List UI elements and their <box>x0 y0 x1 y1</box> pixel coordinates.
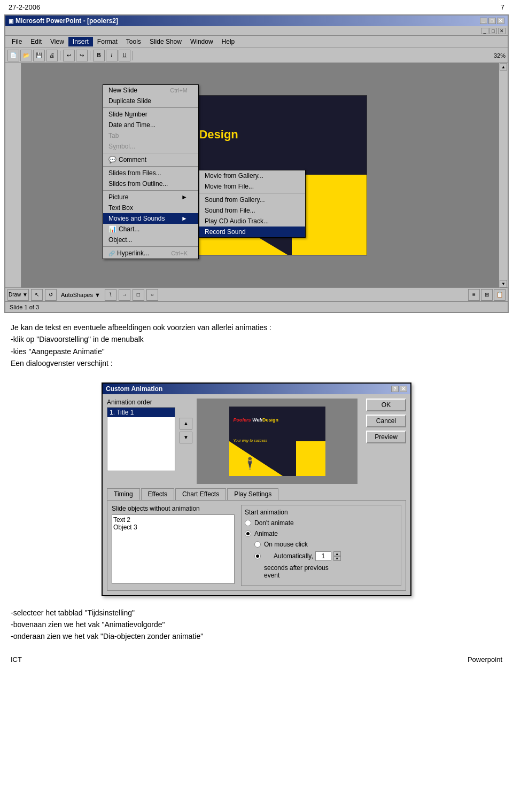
radio-mouse-label: On mouse click <box>264 541 308 548</box>
footer-left: ICT <box>11 655 22 663</box>
tab-timing[interactable]: Timing <box>107 488 140 500</box>
slide-title-design: Design <box>199 128 238 141</box>
tab-chart-effects[interactable]: Chart Effects <box>175 488 226 500</box>
body-para-3: -kies "Aangepaste Animatie" <box>11 346 502 357</box>
move-up-btn[interactable]: ▲ <box>180 418 192 430</box>
menu-format[interactable]: Format <box>93 37 122 46</box>
autoshapes-btn[interactable]: AutoShapes ▼ <box>59 291 103 299</box>
radio-auto-circle[interactable] <box>254 553 261 559</box>
no-anim-item-text2[interactable]: Text 2 <box>113 516 233 524</box>
body-text: Je kan de tekst en eventuele afbeeldinge… <box>0 313 513 378</box>
dialog-tabs: Timing Effects Chart Effects Play Settin… <box>107 488 406 500</box>
animation-list-item-1[interactable]: 1. Title 1 <box>107 408 175 417</box>
move-down-btn[interactable]: ▼ <box>180 432 192 443</box>
preview-button[interactable]: Preview <box>366 431 406 443</box>
event-label: event <box>264 572 398 579</box>
page-footer: ICT Powerpoint <box>0 652 513 667</box>
no-anim-list[interactable]: Text 2 Object 3 <box>112 514 235 584</box>
start-anim-title: Start animation <box>245 509 398 516</box>
footer-right: Powerpoint <box>468 655 502 663</box>
maximize-button[interactable]: □ <box>488 18 496 24</box>
inner-maximize-button[interactable]: □ <box>489 28 497 34</box>
body-para-4: Een dialoogvenster verschijnt : <box>11 357 502 369</box>
select-btn[interactable]: ↖ <box>31 289 43 301</box>
animation-list[interactable]: 1. Title 1 <box>107 407 175 471</box>
radio-animate-circle[interactable] <box>245 530 251 537</box>
zoom-control[interactable]: 32% <box>494 52 506 59</box>
bold-btn[interactable]: B <box>93 50 105 61</box>
align-btn[interactable]: ≡ <box>468 289 480 301</box>
slide-icon-btn[interactable]: 📋 <box>494 289 506 301</box>
oval-btn[interactable]: ○ <box>146 289 158 301</box>
custom-animation-dialog: Custom Animation ? ✕ Animation order 1. … <box>102 382 411 596</box>
ppt-bottom-toolbar: Draw ▼ ↖ ↺ AutoShapes ▼ \ → □ ○ ≡ ⊞ 📋 <box>5 287 508 301</box>
print-btn[interactable]: 🖨 <box>46 50 58 61</box>
minimize-button[interactable]: _ <box>480 18 487 24</box>
menu-tools[interactable]: Tools <box>122 37 145 46</box>
scrollbar-right[interactable]: ▲ ▼ <box>499 63 508 287</box>
slide-subtitle: Your way to success <box>165 181 233 190</box>
draw-btn[interactable]: Draw ▼ <box>7 289 29 301</box>
new-btn[interactable]: 📄 <box>7 50 19 61</box>
inner-close-button[interactable]: ✕ <box>498 28 506 34</box>
radio-automatically[interactable]: Automatically, ▲ ▼ <box>254 551 398 561</box>
line-btn[interactable]: \ <box>105 289 116 301</box>
menu-window[interactable]: Window <box>186 37 217 46</box>
ppt-window-title: Microsoft PowerPoint - [poolers2] <box>15 17 118 25</box>
radio-dont-animate-circle[interactable] <box>245 520 251 526</box>
spin-down-btn[interactable]: ▼ <box>333 556 341 561</box>
grid-btn[interactable]: ⊞ <box>481 289 493 301</box>
ppt-main: s WebDesign Your way to success ▲ ▼ New … <box>5 63 508 287</box>
radio-animate[interactable]: Animate <box>245 530 398 537</box>
dialog-content: Animation order 1. Title 1 ▲ ▼ <box>103 394 410 595</box>
menu-view[interactable]: View <box>46 37 68 46</box>
slide-title-web: Web <box>171 128 199 141</box>
dialog-help-btn[interactable]: ? <box>391 386 399 392</box>
ok-button[interactable]: OK <box>366 399 406 411</box>
scroll-down-btn[interactable]: ▼ <box>500 280 507 287</box>
undo-btn[interactable]: ↩ <box>63 50 75 61</box>
auto-seconds-input[interactable] <box>315 551 331 561</box>
rotate-btn[interactable]: ↺ <box>45 289 57 301</box>
preview-title-web: Web <box>252 417 262 423</box>
ppt-canvas-area[interactable]: s WebDesign Your way to success <box>21 63 499 287</box>
redo-btn[interactable]: ↪ <box>76 50 88 61</box>
scroll-up-btn[interactable]: ▲ <box>500 63 507 71</box>
sep1 <box>60 51 61 60</box>
auto-label: Automatically, <box>274 552 313 560</box>
animation-order-box: Animation order 1. Title 1 ▲ ▼ <box>107 399 192 484</box>
radio-mouse-circle[interactable] <box>254 541 261 548</box>
menu-help[interactable]: Help <box>217 37 239 46</box>
menu-slideshow[interactable]: Slide Show <box>145 37 186 46</box>
tab-two-col: Slide objects without animation Text 2 O… <box>112 505 401 586</box>
arrow-btn[interactable]: → <box>119 289 130 301</box>
menu-edit[interactable]: Edit <box>26 37 46 46</box>
menu-insert[interactable]: Insert <box>68 37 93 46</box>
radio-dont-animate-label: Don't animate <box>254 519 294 527</box>
tab-effects[interactable]: Effects <box>141 488 174 500</box>
radio-on-mouse-click[interactable]: On mouse click <box>254 541 398 548</box>
cancel-button[interactable]: Cancel <box>366 415 406 427</box>
footer-text: -selecteer het tabblad "Tijdsinstelling"… <box>0 600 513 647</box>
menu-file[interactable]: File <box>7 37 26 46</box>
slide-preview-area: Poolers WebDesign Your way to success 🕴 <box>197 399 357 484</box>
ppt-toolbar: 📄 📂 💾 🖨 ↩ ↪ B I U 32% <box>5 48 508 63</box>
tab-play-settings[interactable]: Play Settings <box>227 488 278 500</box>
start-anim-group: Start animation Don't animate Animate <box>241 505 401 586</box>
no-anim-item-obj3[interactable]: Object 3 <box>113 524 233 531</box>
save-btn[interactable]: 💾 <box>33 50 45 61</box>
ppt-titlebar-icons: _ □ ✕ <box>480 18 504 24</box>
sep3 <box>133 51 134 60</box>
dialog-buttons: OK Cancel Preview <box>366 399 406 484</box>
open-btn[interactable]: 📂 <box>20 50 32 61</box>
rect-btn[interactable]: □ <box>133 289 144 301</box>
underline-btn[interactable]: U <box>119 50 130 61</box>
dialog-close-btn[interactable]: ✕ <box>400 386 407 392</box>
slide-preview: Poolers WebDesign Your way to success 🕴 <box>229 407 325 476</box>
close-button[interactable]: ✕ <box>497 18 504 24</box>
italic-btn[interactable]: I <box>106 50 118 61</box>
inner-minimize-button[interactable]: _ <box>481 28 488 34</box>
radio-dont-animate[interactable]: Don't animate <box>245 519 398 527</box>
spin-up-btn[interactable]: ▲ <box>333 551 341 556</box>
slide-title: s WebDesign <box>165 128 238 142</box>
